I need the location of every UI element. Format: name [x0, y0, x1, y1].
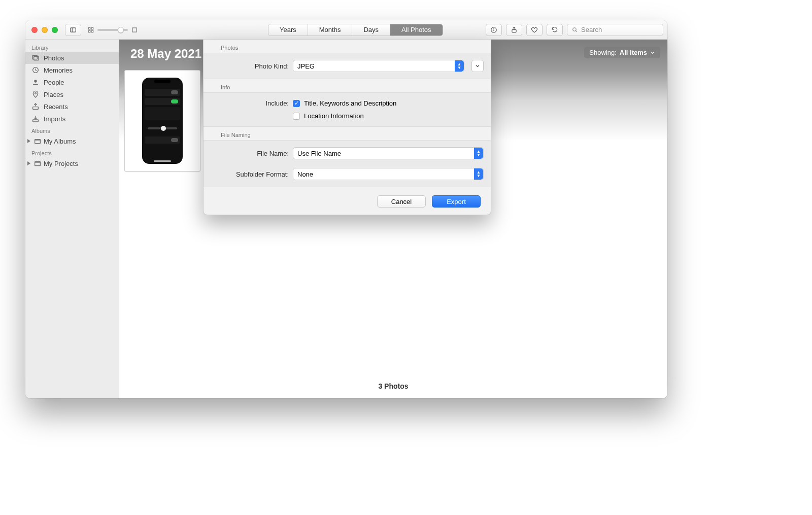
tab-years[interactable]: Years	[268, 24, 308, 36]
include-label: Include:	[211, 99, 289, 107]
sidebar-item-label: My Albums	[44, 138, 76, 145]
photo-thumbnail[interactable]	[124, 70, 200, 171]
sidebar-item-my-albums[interactable]: My Albums	[25, 135, 119, 147]
sidebar-item-people[interactable]: People	[25, 76, 119, 88]
select-stepper-icon: ▲▼	[474, 168, 483, 180]
select-stepper-icon: ▲▼	[474, 148, 483, 159]
imports-icon	[31, 115, 40, 123]
showing-label: Showing:	[589, 49, 616, 56]
window-controls	[31, 27, 58, 33]
chevron-down-icon	[475, 63, 481, 69]
titlebar-toolbar: Years Months Days All Photos Search	[25, 20, 667, 40]
places-icon	[31, 90, 40, 98]
folder-icon	[33, 137, 42, 145]
photos-icon	[31, 54, 40, 62]
include-location-text: Location Information	[304, 112, 364, 120]
folder-icon	[33, 159, 42, 167]
chevron-down-icon	[650, 50, 655, 55]
sidebar-toggle-button[interactable]	[65, 24, 81, 36]
sidebar-item-label: Imports	[44, 115, 65, 123]
thumbnail-zoom-slider[interactable]	[87, 26, 138, 33]
rotate-button[interactable]	[547, 24, 563, 36]
share-button[interactable]	[506, 24, 522, 36]
svg-point-17	[35, 93, 37, 94]
svg-rect-3	[91, 27, 93, 29]
sidebar-item-memories[interactable]: Memories	[25, 64, 119, 76]
sidebar-header-albums: Albums	[25, 125, 119, 135]
subfolder-format-value: None	[297, 170, 313, 178]
expand-options-button[interactable]	[471, 60, 484, 72]
include-title-checkbox[interactable]	[293, 100, 300, 107]
subfolder-format-label: Subfolder Format:	[211, 170, 289, 178]
cancel-button[interactable]: Cancel	[377, 195, 426, 208]
svg-point-16	[34, 80, 37, 82]
info-button[interactable]	[486, 24, 502, 36]
memories-icon	[31, 66, 40, 74]
photo-kind-value: JPEG	[297, 62, 315, 70]
close-window-button[interactable]	[31, 27, 38, 33]
svg-rect-13	[32, 55, 37, 59]
file-name-value: Use File Name	[297, 150, 341, 157]
search-icon	[571, 26, 578, 33]
svg-point-11	[573, 28, 577, 31]
tab-all-photos[interactable]: All Photos	[390, 24, 443, 36]
select-stepper-icon: ▲▼	[455, 60, 464, 72]
sidebar-item-label: Photos	[44, 54, 64, 62]
search-placeholder: Search	[581, 26, 602, 33]
svg-rect-19	[33, 120, 39, 122]
export-button[interactable]: Export	[432, 195, 481, 208]
svg-point-9	[494, 28, 494, 29]
svg-rect-14	[34, 56, 39, 60]
photos-app-window: Years Months Days All Photos Search	[25, 20, 667, 398]
zoom-window-button[interactable]	[52, 27, 58, 33]
sidebar-item-label: Memories	[44, 66, 73, 74]
svg-line-12	[576, 30, 577, 31]
svg-rect-18	[33, 107, 39, 110]
svg-rect-5	[91, 30, 93, 32]
disclosure-triangle-icon[interactable]	[27, 161, 30, 165]
source-list-sidebar: Library Photos Memories People Places Re…	[25, 40, 119, 398]
photo-kind-label: Photo Kind:	[211, 62, 289, 70]
section-header-info: Info	[204, 79, 491, 92]
sidebar-item-label: Recents	[44, 103, 68, 111]
sidebar-item-photos[interactable]: Photos	[25, 52, 119, 64]
favorite-button[interactable]	[526, 24, 543, 36]
minimize-window-button[interactable]	[42, 27, 48, 33]
search-field[interactable]: Search	[567, 24, 663, 36]
subfolder-format-select[interactable]: None ▲▼	[293, 168, 484, 180]
photo-count-footer: 3 Photos	[119, 382, 667, 390]
sidebar-header-projects: Projects	[25, 147, 119, 157]
iphone-screenshot-preview	[142, 78, 183, 164]
export-dialog: Photos Photo Kind: JPEG ▲▼ Info Include:…	[203, 40, 491, 215]
file-name-label: File Name:	[211, 150, 289, 157]
people-icon	[31, 78, 40, 86]
moment-date-title: 28 May 2021	[130, 47, 201, 61]
svg-rect-0	[71, 27, 76, 31]
recents-icon	[31, 102, 40, 111]
section-header-photos: Photos	[204, 40, 491, 53]
section-header-file-naming: File Naming	[204, 127, 491, 140]
file-name-select[interactable]: Use File Name ▲▼	[293, 147, 484, 159]
sidebar-header-library: Library	[25, 42, 119, 52]
sidebar-item-recents[interactable]: Recents	[25, 100, 119, 113]
sidebar-item-label: People	[44, 79, 64, 86]
svg-rect-6	[132, 27, 137, 31]
include-location-checkbox[interactable]	[293, 113, 300, 120]
tab-months[interactable]: Months	[308, 24, 353, 36]
sidebar-item-imports[interactable]: Imports	[25, 113, 119, 125]
showing-filter-button[interactable]: Showing: All Items	[584, 47, 660, 58]
sidebar-item-my-projects[interactable]: My Projects	[25, 157, 119, 169]
svg-rect-2	[88, 27, 90, 29]
view-mode-segmented-control: Years Months Days All Photos	[268, 24, 443, 36]
showing-value: All Items	[620, 49, 647, 56]
sidebar-item-places[interactable]: Places	[25, 88, 119, 100]
include-title-text: Title, Keywords and Description	[304, 99, 396, 107]
disclosure-triangle-icon[interactable]	[27, 139, 30, 143]
sidebar-item-label: Places	[44, 91, 63, 98]
sidebar-item-label: My Projects	[44, 160, 78, 167]
tab-days[interactable]: Days	[352, 24, 390, 36]
svg-rect-4	[88, 30, 90, 32]
photo-kind-select[interactable]: JPEG ▲▼	[293, 60, 464, 72]
